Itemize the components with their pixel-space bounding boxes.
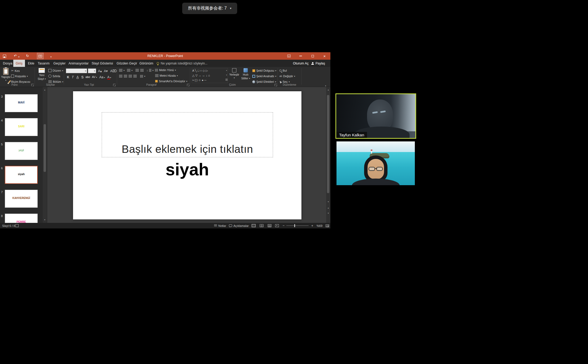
- tab-animasyonlar[interactable]: Animasyonlar: [66, 60, 91, 67]
- shapes-row-3[interactable]: ≈ { } ☆ ● ─: [192, 79, 225, 82]
- minimize-button[interactable]: [298, 53, 304, 59]
- start-slideshow-button[interactable]: [37, 53, 44, 59]
- scroll-up-icon[interactable]: ▴: [43, 89, 47, 91]
- redo-icon[interactable]: ↻: [26, 54, 29, 58]
- change-case-button[interactable]: Aa▾: [99, 75, 105, 79]
- shape-outline-button[interactable]: Şekil Anahattı▾: [252, 75, 276, 78]
- slide-thumbnail-7[interactable]: KAHVERENGİ: [5, 190, 38, 208]
- canvas-scrollbar[interactable]: ▴ ▾ ▲ ▼: [326, 87, 330, 223]
- line-spacing-button[interactable]: ↕▾: [147, 69, 154, 72]
- undo-chevron-icon[interactable]: ▾: [18, 55, 19, 59]
- slide-thumbnail-4[interactable]: SARI: [5, 118, 38, 136]
- customize-qat-icon[interactable]: ▾: [50, 55, 52, 59]
- tellme-box[interactable]: Ne yapmak istediğinizi söyleyin...: [157, 60, 207, 67]
- shapes-scroll-down-icon[interactable]: ▾: [225, 74, 228, 76]
- text-shadow-button[interactable]: S: [81, 75, 83, 79]
- thumbnail-scrollbar[interactable]: ▴ ▾: [43, 87, 47, 223]
- undo-icon[interactable]: ↶: [14, 54, 17, 58]
- restore-button[interactable]: [310, 53, 316, 59]
- format-painter-button[interactable]: Biçim Boyacısı: [9, 80, 30, 83]
- shapes-more-icon[interactable]: [225, 79, 228, 81]
- shrink-font-button[interactable]: A▾: [104, 69, 108, 73]
- zoom-in-button[interactable]: +: [311, 223, 313, 228]
- display-settings-icon[interactable]: [15, 223, 19, 228]
- tab-tasarim[interactable]: Tasarım: [35, 60, 52, 67]
- slideshow-view-button[interactable]: [275, 223, 279, 228]
- reading-view-button[interactable]: [268, 223, 271, 228]
- slide-thumbnail-3[interactable]: MAVİ: [5, 94, 38, 112]
- new-slide-button[interactable]: Yeni Slayt▾: [36, 68, 47, 80]
- slide-thumbnail-8[interactable]: PEMBE: [5, 214, 38, 223]
- font-color-button[interactable]: A ▾: [107, 75, 111, 79]
- share-button[interactable]: Paylaş: [311, 60, 325, 67]
- shapes-scroll-up-icon[interactable]: ▴: [225, 69, 228, 71]
- slide-editing-surface[interactable]: Başlık eklemek için tıklatın siyah: [73, 91, 301, 219]
- fit-to-window-button[interactable]: [326, 223, 329, 228]
- paragraph-dialog-launcher[interactable]: [187, 84, 189, 86]
- text-direction-button[interactable]: Metin Yönü▾: [155, 68, 176, 72]
- increase-indent-button[interactable]: [140, 69, 144, 72]
- collapse-ribbon-icon[interactable]: ▴: [325, 84, 326, 87]
- font-name-combo[interactable]: ▾: [66, 68, 87, 73]
- align-center-button[interactable]: [124, 75, 127, 78]
- video-tile-participant[interactable]: [336, 141, 415, 185]
- save-icon[interactable]: [3, 54, 6, 59]
- zoom-slider[interactable]: [286, 223, 309, 228]
- zoom-percentage[interactable]: %69: [317, 223, 322, 228]
- layout-button[interactable]: Düzen ▾: [48, 69, 63, 72]
- reset-button[interactable]: Sıfırla: [48, 75, 60, 78]
- copy-button[interactable]: Kopyala ▾: [11, 75, 28, 78]
- shape-effects-button[interactable]: Şekil Efektleri▾: [252, 80, 276, 83]
- arrange-button[interactable]: Yerleştir ▾: [229, 68, 240, 79]
- scrollbar-thumb[interactable]: [44, 124, 46, 172]
- normal-view-button[interactable]: [252, 223, 255, 228]
- video-tile-speaker[interactable]: Tayfun Kalkan: [335, 93, 416, 139]
- strikethrough-button[interactable]: abe: [86, 75, 90, 79]
- pano-dialog-launcher[interactable]: [31, 84, 34, 86]
- convert-smartart-button[interactable]: SmartArt'a Dönüştür▾: [155, 80, 187, 83]
- font-dialog-launcher[interactable]: [113, 84, 116, 86]
- justify-button[interactable]: [133, 75, 137, 78]
- sign-in-button[interactable]: Oturum Aç: [291, 60, 311, 67]
- scroll-up-icon[interactable]: ▴: [326, 89, 330, 91]
- align-right-button[interactable]: [129, 75, 132, 78]
- align-text-button[interactable]: Metni Hizala▾: [155, 74, 178, 77]
- slide-body-textbox[interactable]: siyah: [73, 160, 301, 179]
- shape-fill-button[interactable]: Şekil Dolgusu▾: [252, 69, 276, 72]
- tab-gorunum[interactable]: Görünüm: [137, 60, 156, 67]
- numbering-button[interactable]: ▾: [127, 69, 133, 72]
- character-spacing-button[interactable]: AV▾: [92, 75, 97, 79]
- bold-button[interactable]: K: [67, 75, 69, 79]
- select-button[interactable]: Seç▾: [279, 80, 290, 83]
- scrollbar-thumb[interactable]: [327, 95, 329, 193]
- align-left-button[interactable]: [119, 75, 122, 78]
- tab-slayt-gosterisi[interactable]: Slayt Gösterisi: [89, 60, 116, 67]
- tab-ekle[interactable]: Ekle: [25, 60, 37, 67]
- comments-button[interactable]: Açıklamalar: [229, 223, 249, 228]
- bullets-button[interactable]: ▾: [119, 69, 125, 72]
- slide-thumbnail-5[interactable]: yeşil: [5, 142, 38, 160]
- scroll-down-icon[interactable]: ▾: [326, 201, 330, 203]
- shapes-row-1[interactable]: A ╲ □ ○ ◇ ▷: [192, 69, 225, 72]
- font-size-combo[interactable]: ▾: [88, 68, 96, 73]
- replace-button[interactable]: abDeğiştir▾: [279, 75, 295, 78]
- close-button[interactable]: ×: [322, 53, 327, 59]
- paste-button[interactable]: Yapıştır ▾: [0, 68, 12, 81]
- tab-gecisler[interactable]: Geçişler: [51, 60, 68, 67]
- tab-dosya[interactable]: Dosya: [1, 60, 15, 67]
- tab-gozden-gecir[interactable]: Gözden Geçir: [114, 60, 139, 67]
- zoom-out-button[interactable]: −: [283, 223, 285, 228]
- notes-button[interactable]: Notlar: [214, 223, 226, 228]
- section-button[interactable]: Bölüm ▾: [48, 80, 63, 83]
- title-placeholder[interactable]: Başlık eklemek için tıklatın: [102, 112, 273, 157]
- tab-giris[interactable]: Giriş: [13, 60, 25, 67]
- slide-thumbnail-6-selected[interactable]: siyah: [5, 166, 38, 184]
- participants-dropdown[interactable]: 所有非视频参会者: 7 ▾: [182, 3, 237, 14]
- decrease-indent-button[interactable]: [135, 69, 139, 72]
- previous-slide-icon[interactable]: ▲: [326, 207, 330, 209]
- underline-button[interactable]: A: [76, 75, 79, 79]
- italic-button[interactable]: T: [72, 75, 74, 79]
- cut-button[interactable]: ✂ Kes: [11, 69, 20, 72]
- slide-sorter-view-button[interactable]: [260, 223, 263, 228]
- quick-styles-button[interactable]: Hızlı Stiller▾: [240, 68, 251, 80]
